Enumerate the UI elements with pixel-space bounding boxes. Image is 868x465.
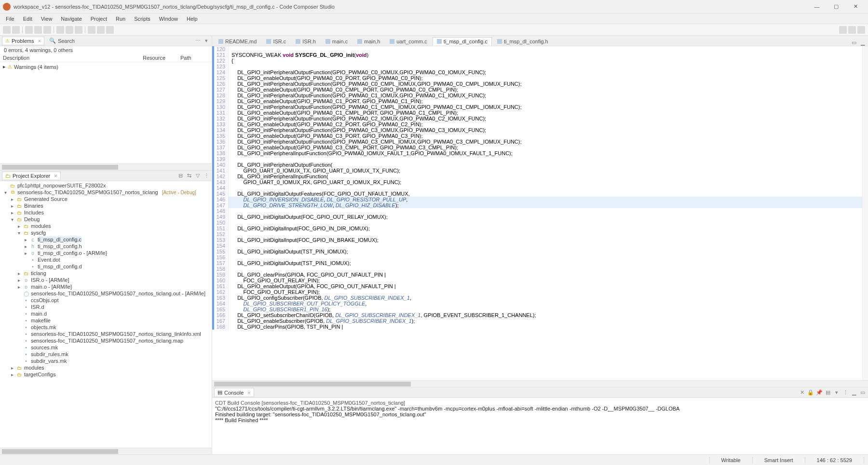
- code-line[interactable]: 154: [212, 243, 862, 249]
- code-line[interactable]: 133 DL_GPIO_enableOutput(GPIO_PWMA0_C2_P…: [212, 121, 862, 127]
- tree-row[interactable]: ▾🗀syscfg: [3, 229, 209, 236]
- code-line[interactable]: 167 DL_GPIO_enableSubscriber(GPIOB, DL_G…: [212, 318, 862, 324]
- tree-caret[interactable]: ▸: [23, 244, 28, 249]
- code-line[interactable]: 166 DL_GPIO_setSubscriberChanID(GPIOB, D…: [212, 312, 862, 318]
- tab-search[interactable]: 🔍 Search: [46, 37, 78, 45]
- code-line[interactable]: 134 DL_GPIO_initPeripheralOutputFunction…: [212, 127, 862, 133]
- tree-row[interactable]: ▾⧉sensorless-foc_TIDA010250_MSPM0G1507_n…: [3, 189, 209, 196]
- code-line[interactable]: 130 DL_GPIO_initPeripheralOutputFunction…: [212, 104, 862, 110]
- tree-caret[interactable]: ▾: [3, 190, 8, 195]
- tree-row[interactable]: ▸🗀modules: [3, 223, 209, 229]
- tree-row[interactable]: •Event.dot: [3, 256, 209, 263]
- tree-row[interactable]: •sensorless-foc_TIDA010250_MSPM0G1507_no…: [3, 337, 209, 344]
- toolbar-button[interactable]: [97, 26, 105, 34]
- menu-project[interactable]: Project: [87, 15, 111, 23]
- menu-run[interactable]: Run: [112, 15, 129, 23]
- code-line[interactable]: 161 DL_GPIO_enableOutput(GPIOA, FOC_GPIO…: [212, 283, 862, 289]
- tree-caret[interactable]: ▸: [10, 372, 14, 377]
- menu-file[interactable]: File: [2, 15, 18, 23]
- tree-row[interactable]: ◯sensorless-foc_TIDA010250_MSPM0G1507_no…: [3, 290, 209, 297]
- code-line[interactable]: 164 DL_GPIO_SUBSCRIBER_OUT_POLICY_TOGGLE…: [212, 301, 862, 306]
- code-line[interactable]: 142 DL_GPIO_initPeripheralInputFunction(: [212, 173, 862, 179]
- toolbar-button[interactable]: [43, 26, 51, 34]
- editor-tab[interactable]: ISR.c: [262, 37, 290, 46]
- tree-row[interactable]: ▸🗀Includes: [3, 209, 209, 216]
- tree-row[interactable]: ▸omain.o - [ARM/le]: [3, 283, 209, 290]
- clear-console-icon[interactable]: ✕: [799, 389, 805, 396]
- console-menu-icon[interactable]: ⋮: [842, 389, 849, 396]
- tree-row[interactable]: •makefile: [3, 317, 209, 324]
- code-line[interactable]: 158: [212, 266, 862, 272]
- tree-row[interactable]: •sources.mk: [3, 344, 209, 351]
- code-line[interactable]: 163 DL_GPIO_configSubscriber(GPIOB, DL_G…: [212, 295, 862, 301]
- code-line[interactable]: 162 FOC_GPIO_OUT_RELAY_PIN);: [212, 289, 862, 295]
- code-line[interactable]: 132 DL_GPIO_initPeripheralOutputFunction…: [212, 116, 862, 121]
- code-line[interactable]: 157 DL_GPIO_initDigitalOutput(TST_PIN1_I…: [212, 260, 862, 266]
- explorer-tree[interactable]: 🗀pfc1phttpl_nonpowerSUITE_F28002x▾⧉senso…: [0, 181, 212, 448]
- code-line[interactable]: 148: [212, 208, 862, 214]
- tree-row[interactable]: •objects.mk: [3, 324, 209, 331]
- code-line[interactable]: 139: [212, 156, 862, 162]
- code-line[interactable]: 140 DL_GPIO_initPeripheralOutputFunction…: [212, 162, 862, 168]
- tree-caret[interactable]: ▸: [16, 278, 21, 283]
- close-icon[interactable]: ×: [38, 38, 41, 44]
- tree-row[interactable]: ▸cti_msp_dl_config.c: [3, 236, 209, 243]
- tree-row[interactable]: •ti_msp_dl_config.d: [3, 263, 209, 270]
- overview-ruler[interactable]: [862, 46, 868, 380]
- scroll-lock-icon[interactable]: 🔒: [807, 389, 814, 396]
- editor-tab[interactable]: ti_msp_dl_config.h: [493, 37, 553, 46]
- maximize-icon[interactable]: ▭: [859, 389, 866, 396]
- toolbar-button[interactable]: [34, 26, 42, 34]
- menu-window[interactable]: Window: [155, 15, 182, 23]
- code-line[interactable]: 126 DL_GPIO_initPeripheralOutputFunction…: [212, 81, 862, 87]
- minimize-editor-icon[interactable]: ▁: [859, 39, 866, 46]
- tab-project-explorer[interactable]: 🗀 Project Explorer ×: [2, 172, 61, 180]
- code-line[interactable]: 143 GPIO_UART_0_IOMUX_RX, GPIO_UART_0_IO…: [212, 179, 862, 185]
- toolbar-button[interactable]: [106, 26, 114, 34]
- code-line[interactable]: 147 DL_GPIO_DRIVE_STRENGTH_LOW, DL_GPIO_…: [212, 202, 862, 208]
- link-editor-icon[interactable]: ⇆: [186, 173, 192, 179]
- code-line[interactable]: 129 DL_GPIO_enableOutput(GPIO_PWMA0_C1_P…: [212, 98, 862, 104]
- pin-console-icon[interactable]: 📌: [816, 389, 823, 396]
- code-line[interactable]: 124 DL_GPIO_initPeripheralOutputFunction…: [212, 69, 862, 75]
- editor-tab[interactable]: uart_comm.c: [385, 37, 432, 46]
- toolbar-button[interactable]: [56, 26, 64, 34]
- tree-row[interactable]: •ccsObjs.opt: [3, 297, 209, 304]
- code-line[interactable]: 120: [212, 46, 862, 52]
- close-icon[interactable]: ×: [247, 390, 250, 396]
- tree-row[interactable]: ▸hti_msp_dl_config.h: [3, 243, 209, 250]
- tree-caret[interactable]: ▸: [10, 210, 14, 215]
- code-line[interactable]: 165 DL_GPIO_SUBSCRIBER1_PIN_16);: [212, 306, 862, 312]
- toolbar-button[interactable]: [12, 26, 20, 34]
- tree-row[interactable]: •subdir_vars.mk: [3, 358, 209, 364]
- tree-row[interactable]: 🗀pfc1phttpl_nonpowerSUITE_F28002x: [3, 182, 209, 189]
- filter-icon[interactable]: ⋯: [194, 38, 201, 44]
- code-line[interactable]: 146 DL_GPIO_INVERSION_DISABLE, DL_GPIO_R…: [212, 197, 862, 202]
- tree-row[interactable]: ▸🗀ticlang: [3, 270, 209, 277]
- tab-problems[interactable]: ⚠ Problems ×: [2, 37, 44, 45]
- code-line[interactable]: 123: [212, 64, 862, 69]
- tree-row[interactable]: •subdir_rules.mk: [3, 351, 209, 358]
- perspective-icon[interactable]: [857, 26, 865, 34]
- tree-row[interactable]: •main.d: [3, 310, 209, 317]
- editor-tab[interactable]: main.c: [321, 37, 352, 46]
- close-button[interactable]: ✕: [846, 1, 865, 12]
- tree-caret[interactable]: ▸: [10, 197, 14, 202]
- maximize-button[interactable]: ▢: [827, 1, 846, 12]
- code-line[interactable]: 150: [212, 220, 862, 226]
- tree-row[interactable]: ▸🗀Binaries: [3, 202, 209, 209]
- display-console-icon[interactable]: ▤: [825, 389, 831, 396]
- code-line[interactable]: 138 DL_GPIO_initPeripheralInputFunction(…: [212, 150, 862, 156]
- code-line[interactable]: 122{: [212, 58, 862, 64]
- code-line[interactable]: 160 FOC_GPIO_OUT_RELAY_PIN);: [212, 278, 862, 283]
- tree-caret[interactable]: ▸: [10, 203, 14, 209]
- problem-row[interactable]: ▸⚠Warnings (4 items): [3, 63, 209, 70]
- tree-row[interactable]: ▸🗀Generated Source: [3, 196, 209, 202]
- open-console-icon[interactable]: ▾: [833, 389, 840, 396]
- code-line[interactable]: 153 DL_GPIO_initDigitalInput(FOC_GPIO_IN…: [212, 237, 862, 243]
- code-line[interactable]: 151 DL_GPIO_initDigitalInput(FOC_GPIO_IN…: [212, 226, 862, 231]
- menu-scripts[interactable]: Scripts: [130, 15, 154, 23]
- col-path[interactable]: Path: [180, 55, 209, 61]
- menu-view[interactable]: View: [37, 15, 56, 23]
- tree-caret[interactable]: ▾: [10, 217, 14, 222]
